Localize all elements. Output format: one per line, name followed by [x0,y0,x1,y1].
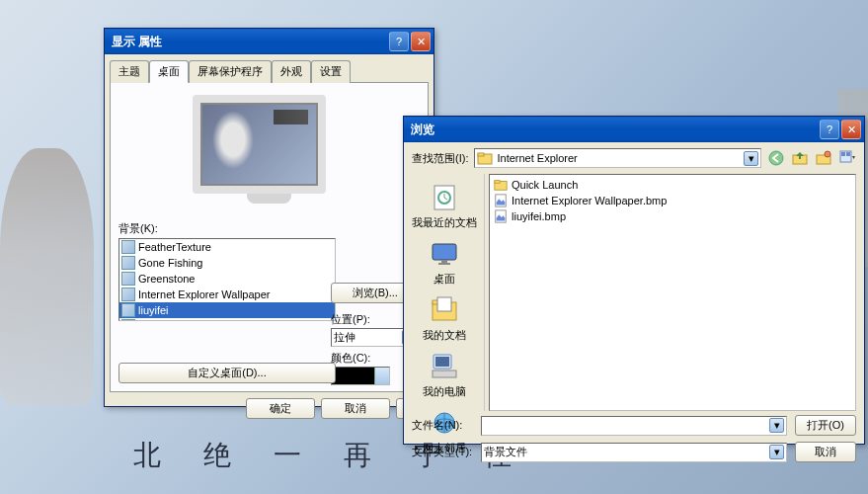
place-computer[interactable]: 我的电脑 [408,347,481,403]
up-folder-icon[interactable] [791,149,809,167]
browse-title: 浏览 [407,122,820,138]
new-folder-icon[interactable] [815,149,832,167]
tab-themes[interactable]: 主题 [110,60,149,83]
list-item-label: Gone Fishing [138,257,202,269]
position-value: 拉伸 [334,330,355,345]
cancel-button[interactable]: 取消 [321,398,390,419]
list-item[interactable]: Gone Fishing [119,255,335,271]
color-picker[interactable] [331,367,390,385]
filetype-combo[interactable]: 背景文件 ▾ [481,443,787,462]
back-icon[interactable] [767,149,785,167]
list-item-label: FeatherTexture [138,241,211,253]
tab-strip: 主题 桌面 屏幕保护程序 外观 设置 [110,60,429,83]
wallpaper-icon [121,319,135,321]
place-documents[interactable]: 我的文档 [408,290,481,347]
chevron-down-icon: ▾ [744,151,758,166]
computer-icon [429,351,460,382]
open-button[interactable]: 打开(O) [795,415,856,436]
dialog-buttons: 确定 取消 应 [105,392,434,419]
help-button[interactable]: ? [820,120,839,139]
place-desktop[interactable]: 桌面 [408,234,481,290]
help-button[interactable]: ? [389,32,409,51]
svg-rect-7 [841,152,845,156]
customize-desktop-button[interactable]: 自定义桌面(D)... [118,363,336,383]
display-properties-titlebar[interactable]: 显示 属性 ? ✕ [105,29,434,54]
file-item[interactable]: liuyifei.bmp [492,208,853,224]
wallpaper-icon [121,256,135,270]
folder-icon [494,178,508,192]
place-label: 我的文档 [408,328,481,343]
svg-rect-23 [495,181,500,184]
browse-toolbar: 查找范围(I): Internet Explorer ▾ [404,142,864,174]
bmp-icon [494,209,508,223]
recent-icon [429,182,460,213]
look-in-label: 查找范围(I): [412,151,468,166]
desktop-icon [429,238,460,270]
svg-point-2 [769,151,783,165]
svg-rect-18 [435,357,449,367]
filename-label: 文件名(N): [412,418,473,433]
svg-rect-16 [437,297,451,311]
filename-input[interactable] [484,418,769,434]
views-icon[interactable] [838,149,856,167]
svg-rect-11 [433,244,456,260]
cancel-button[interactable]: 取消 [795,442,856,462]
wallpaper-icon [121,303,135,317]
documents-icon [429,294,460,326]
tab-settings[interactable]: 设置 [311,60,351,83]
ok-button[interactable]: 确定 [246,398,315,419]
list-item[interactable]: FeatherTexture [119,239,335,255]
list-item[interactable]: Internet Explorer Wallpaper [119,287,335,302]
look-in-value: Internet Explorer [497,152,577,164]
svg-rect-8 [846,152,850,156]
places-bar: 我最近的文档 桌面 我的文档 我的电脑 网上邻居 [404,174,485,411]
bmp-icon [494,194,508,207]
display-properties-dialog: 显示 属性 ? ✕ 主题 桌面 屏幕保护程序 外观 设置 背景(K): Feat… [104,28,434,407]
filetype-label: 文件类型(T): [412,445,473,459]
browse-body: 我最近的文档 桌面 我的文档 我的电脑 网上邻居 Quick Laun [404,174,864,411]
browse-dialog: 浏览 ? ✕ 查找范围(I): Internet Explorer ▾ 我最近的… [403,116,865,445]
chevron-down-icon: ▾ [769,418,784,433]
svg-point-5 [825,151,830,157]
place-recent[interactable]: 我最近的文档 [408,178,481,234]
list-item[interactable]: Prairie Wind [119,318,335,321]
file-item[interactable]: Quick Launch [492,177,853,193]
list-item-label: Internet Explorer Wallpaper [138,288,271,300]
file-name: liuyifei.bmp [512,210,566,222]
file-list[interactable]: Quick Launch Internet Explorer Wallpaper… [489,174,856,411]
list-item[interactable]: liuyifei [119,302,335,318]
chevron-down-icon [374,368,389,384]
monitor-stand [247,194,291,204]
monitor-preview [193,95,346,213]
svg-rect-1 [478,153,484,156]
list-item-label: Greenstone [138,273,195,285]
svg-rect-13 [438,263,450,265]
wallpaper-figure-left [0,148,94,405]
chevron-down-icon: ▾ [769,445,784,459]
list-item-label: liuyifei [138,304,169,316]
wallpaper-icon [121,240,135,254]
wallpaper-icon [121,288,135,301]
wallpaper-icon [121,272,135,286]
tab-desktop[interactable]: 桌面 [149,60,189,83]
folder-icon [477,150,493,166]
close-button[interactable]: ✕ [841,120,861,139]
file-name: Internet Explorer Wallpaper.bmp [512,195,667,206]
tab-screensaver[interactable]: 屏幕保护程序 [189,60,272,83]
background-list[interactable]: FeatherTexture Gone Fishing Greenstone I… [118,238,336,321]
look-in-combo[interactable]: Internet Explorer ▾ [474,148,761,168]
svg-rect-19 [433,370,456,377]
file-item[interactable]: Internet Explorer Wallpaper.bmp [492,193,853,208]
place-label: 桌面 [408,272,481,287]
close-button[interactable]: ✕ [411,32,431,51]
list-item-label: Prairie Wind [138,320,197,321]
tab-body: 背景(K): FeatherTexture Gone Fishing Green… [110,83,429,392]
tab-appearance[interactable]: 外观 [272,60,311,83]
svg-rect-12 [441,260,447,263]
filename-combo[interactable]: ▾ [481,416,787,436]
monitor-screen [193,95,326,194]
list-item[interactable]: Greenstone [119,271,335,287]
file-name: Quick Launch [512,179,578,191]
browse-titlebar[interactable]: 浏览 ? ✕ [404,117,864,142]
place-label: 我的电脑 [408,384,481,399]
